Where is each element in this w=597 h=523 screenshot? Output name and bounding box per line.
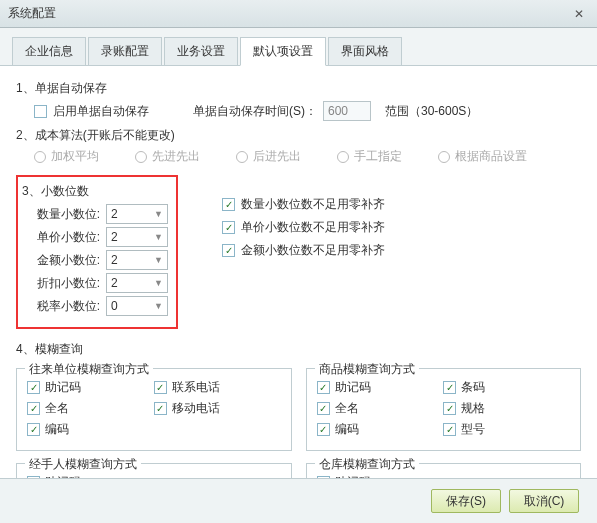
chevron-down-icon: ▼ [154, 232, 163, 242]
spin-price[interactable]: 2▼ [106, 227, 168, 247]
radio-fifo: 先进先出 [135, 148, 200, 165]
radio-icon [236, 151, 248, 163]
spin-qty-label: 数量小数位: [22, 206, 100, 223]
chevron-down-icon: ▼ [154, 301, 163, 311]
enable-autosave-label: 启用单据自动保存 [53, 103, 149, 120]
pad-amount-checkbox[interactable] [222, 244, 235, 257]
goods-fieldset: 商品模糊查询方式 助记码 全名 编码 条码 规格 型号 [306, 368, 582, 451]
goods-code-checkbox[interactable] [317, 423, 330, 436]
radio-lifo: 后进先出 [236, 148, 301, 165]
radio-icon [34, 151, 46, 163]
goods-fullname-checkbox[interactable] [317, 402, 330, 415]
title-bar: 系统配置 ✕ [0, 0, 597, 28]
spin-amount-label: 金额小数位: [22, 252, 100, 269]
warehouse-legend: 仓库模糊查询方式 [315, 456, 419, 473]
unit-mobile-checkbox[interactable] [154, 402, 167, 415]
spin-price-label: 单价小数位: [22, 229, 100, 246]
radio-icon [135, 151, 147, 163]
close-icon[interactable]: ✕ [569, 6, 589, 22]
pad-price-checkbox[interactable] [222, 221, 235, 234]
goods-legend: 商品模糊查询方式 [315, 361, 419, 378]
interval-label: 单据自动保存时间(S)： [193, 103, 317, 120]
spin-qty[interactable]: 2▼ [106, 204, 168, 224]
radio-bygoods: 根据商品设置 [438, 148, 527, 165]
radio-manual: 手工指定 [337, 148, 402, 165]
section3-head: 3、小数位数 [22, 183, 168, 200]
tab-style[interactable]: 界面风格 [328, 37, 402, 66]
spin-amount[interactable]: 2▼ [106, 250, 168, 270]
tab-business[interactable]: 业务设置 [164, 37, 238, 66]
radio-weighted: 加权平均 [34, 148, 99, 165]
goods-model-checkbox[interactable] [443, 423, 456, 436]
button-bar: 保存(S) 取消(C) [0, 478, 597, 523]
window-title: 系统配置 [8, 5, 569, 22]
spin-tax-label: 税率小数位: [22, 298, 100, 315]
goods-mnemonic-checkbox[interactable] [317, 381, 330, 394]
radio-icon [438, 151, 450, 163]
unit-phone-checkbox[interactable] [154, 381, 167, 394]
tab-company[interactable]: 企业信息 [12, 37, 86, 66]
interval-input[interactable]: 600 [323, 101, 371, 121]
chevron-down-icon: ▼ [154, 255, 163, 265]
pad-amount-label: 金额小数位数不足用零补齐 [241, 242, 385, 259]
enable-autosave-checkbox[interactable] [34, 105, 47, 118]
tab-ledger[interactable]: 录账配置 [88, 37, 162, 66]
tab-defaults[interactable]: 默认项设置 [240, 37, 326, 66]
chevron-down-icon: ▼ [154, 278, 163, 288]
spin-discount[interactable]: 2▼ [106, 273, 168, 293]
pad-qty-checkbox[interactable] [222, 198, 235, 211]
unit-mnemonic-checkbox[interactable] [27, 381, 40, 394]
spin-tax[interactable]: 0▼ [106, 296, 168, 316]
unit-code-checkbox[interactable] [27, 423, 40, 436]
section2-head: 2、成本算法(开账后不能更改) [16, 127, 581, 144]
tab-bar: 企业信息 录账配置 业务设置 默认项设置 界面风格 [0, 28, 597, 66]
unit-legend: 往来单位模糊查询方式 [25, 361, 153, 378]
spin-discount-label: 折扣小数位: [22, 275, 100, 292]
content-area: 1、单据自动保存 启用单据自动保存 单据自动保存时间(S)： 600 范围（30… [0, 66, 597, 523]
cancel-button[interactable]: 取消(C) [509, 489, 579, 513]
handler-legend: 经手人模糊查询方式 [25, 456, 141, 473]
unit-fieldset: 往来单位模糊查询方式 助记码 全名 编码 联系电话 移动电话 [16, 368, 292, 451]
unit-fullname-checkbox[interactable] [27, 402, 40, 415]
save-button[interactable]: 保存(S) [431, 489, 501, 513]
pad-qty-label: 数量小数位数不足用零补齐 [241, 196, 385, 213]
pad-price-label: 单价小数位数不足用零补齐 [241, 219, 385, 236]
decimal-highlight-box: 3、小数位数 数量小数位:2▼ 单价小数位:2▼ 金额小数位:2▼ 折扣小数位:… [16, 175, 178, 329]
range-label: 范围（30-600S） [385, 103, 478, 120]
radio-icon [337, 151, 349, 163]
section1-head: 1、单据自动保存 [16, 80, 581, 97]
goods-barcode-checkbox[interactable] [443, 381, 456, 394]
section4-head: 4、模糊查询 [16, 341, 581, 358]
goods-spec-checkbox[interactable] [443, 402, 456, 415]
chevron-down-icon: ▼ [154, 209, 163, 219]
